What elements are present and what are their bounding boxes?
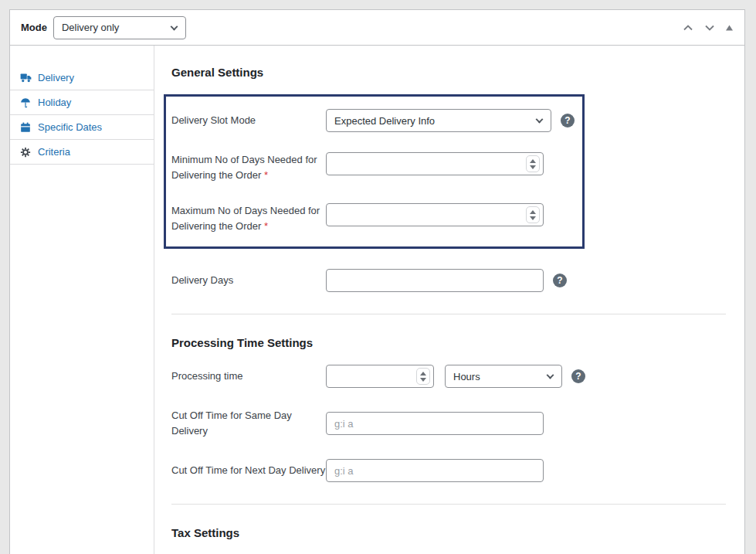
max-days-label-line2: Delivering the Order * — [171, 219, 326, 234]
mode-select[interactable]: Delivery only — [53, 16, 186, 39]
min-days-label-line2: Delivering the Order * — [171, 168, 326, 183]
triangle-up-icon — [725, 24, 734, 32]
move-down-button[interactable] — [703, 22, 716, 34]
sidebar-item-holiday[interactable]: Holiday — [10, 90, 154, 115]
min-days-label-line1: Minimum No of Days Needed for — [171, 152, 326, 168]
page-background: Mode Delivery only — [0, 0, 756, 554]
min-days-input[interactable] — [326, 152, 544, 175]
move-up-button[interactable] — [682, 22, 694, 34]
mode-select-value: Delivery only — [62, 22, 119, 33]
number-spinner[interactable] — [416, 368, 430, 385]
section-divider — [171, 314, 726, 314]
sidebar-item-label: Holiday — [38, 97, 71, 108]
sidebar-item-criteria[interactable]: Criteria — [10, 140, 154, 165]
cutoff-same-day-input[interactable] — [326, 412, 544, 435]
spin-down-icon[interactable] — [530, 165, 536, 169]
chevron-down-icon — [547, 372, 554, 379]
topbar: Mode Delivery only — [10, 10, 744, 46]
spin-up-icon[interactable] — [530, 210, 536, 214]
collapse-toggle-button[interactable] — [725, 24, 734, 32]
sidebar-item-delivery[interactable]: Delivery — [10, 66, 154, 90]
delivery-settings-panel: Mode Delivery only — [9, 9, 745, 554]
cutoff-next-day-label: Cut Off Time for Next Day Delivery — [171, 463, 326, 478]
processing-time-unit-select[interactable]: Hours — [445, 365, 562, 388]
tax-settings-heading: Tax Settings — [171, 526, 726, 539]
processing-time-settings-heading: Processing Time Settings — [171, 336, 726, 349]
spin-down-icon[interactable] — [420, 378, 426, 382]
metabox-controls — [682, 22, 734, 34]
help-icon[interactable]: ? — [561, 114, 575, 127]
truck-icon — [20, 73, 32, 83]
gear-icon — [20, 147, 32, 158]
number-spinner[interactable] — [526, 206, 540, 223]
chevron-down-icon — [703, 22, 716, 34]
number-spinner[interactable] — [526, 155, 540, 172]
spin-up-icon[interactable] — [420, 372, 426, 376]
processing-time-field — [326, 365, 434, 388]
help-icon[interactable]: ? — [553, 274, 567, 287]
min-days-row: Minimum No of Days Needed for Delivering… — [171, 152, 575, 183]
chevron-down-icon — [171, 22, 178, 30]
sidebar-item-label: Criteria — [38, 146, 70, 158]
sidebar-item-label: Delivery — [38, 72, 74, 83]
delivery-days-label: Delivery Days — [171, 273, 326, 288]
delivery-days-row: Delivery Days ? — [171, 269, 726, 292]
max-days-row: Maximum No of Days Needed for Delivering… — [171, 203, 575, 234]
max-days-field — [326, 203, 544, 226]
required-asterisk: * — [264, 169, 268, 181]
delivery-slot-mode-row: Delivery Slot Mode Expected Delivery Inf… — [171, 109, 575, 132]
delivery-slot-mode-label: Delivery Slot Mode — [171, 113, 326, 128]
min-days-label: Minimum No of Days Needed for Delivering… — [171, 152, 326, 183]
max-days-label-line1: Maximum No of Days Needed for — [171, 203, 326, 219]
settings-nav: Delivery Holiday Specific Dates — [10, 46, 154, 554]
processing-time-label: Processing time — [171, 369, 326, 384]
cutoff-next-day-row: Cut Off Time for Next Day Delivery — [171, 459, 726, 482]
panel-body: Delivery Holiday Specific Dates — [10, 46, 744, 554]
cutoff-same-day-label: Cut Off Time for Same Day Delivery — [171, 408, 326, 439]
required-asterisk: * — [264, 220, 268, 232]
min-days-field — [326, 152, 544, 175]
processing-time-row: Processing time Hours ? — [171, 365, 726, 388]
processing-time-unit-value: Hours — [453, 371, 480, 382]
max-days-label: Maximum No of Days Needed for Delivering… — [171, 203, 326, 234]
cutoff-next-day-input[interactable] — [326, 459, 544, 482]
delivery-slot-mode-select[interactable]: Expected Delivery Info — [326, 109, 551, 132]
settings-content: General Settings Delivery Slot Mode Expe… — [154, 46, 744, 554]
delivery-days-input[interactable] — [326, 269, 544, 292]
help-icon[interactable]: ? — [571, 369, 585, 383]
cutoff-same-day-row: Cut Off Time for Same Day Delivery — [171, 408, 726, 439]
chevron-up-icon — [682, 22, 694, 34]
sidebar-item-label: Specific Dates — [38, 121, 102, 133]
section-divider — [171, 504, 726, 505]
delivery-slot-mode-value: Expected Delivery Info — [334, 115, 435, 127]
max-days-input[interactable] — [326, 203, 544, 226]
sidebar-item-specific-dates[interactable]: Specific Dates — [10, 115, 154, 140]
spin-up-icon[interactable] — [530, 159, 536, 163]
chevron-down-icon — [536, 116, 544, 124]
mode-label: Mode — [21, 22, 47, 33]
general-settings-heading: General Settings — [171, 66, 726, 79]
umbrella-icon — [20, 97, 32, 108]
spin-down-icon[interactable] — [530, 216, 536, 220]
calendar-icon — [20, 122, 32, 133]
expected-delivery-highlight-box: Delivery Slot Mode Expected Delivery Inf… — [164, 94, 585, 249]
